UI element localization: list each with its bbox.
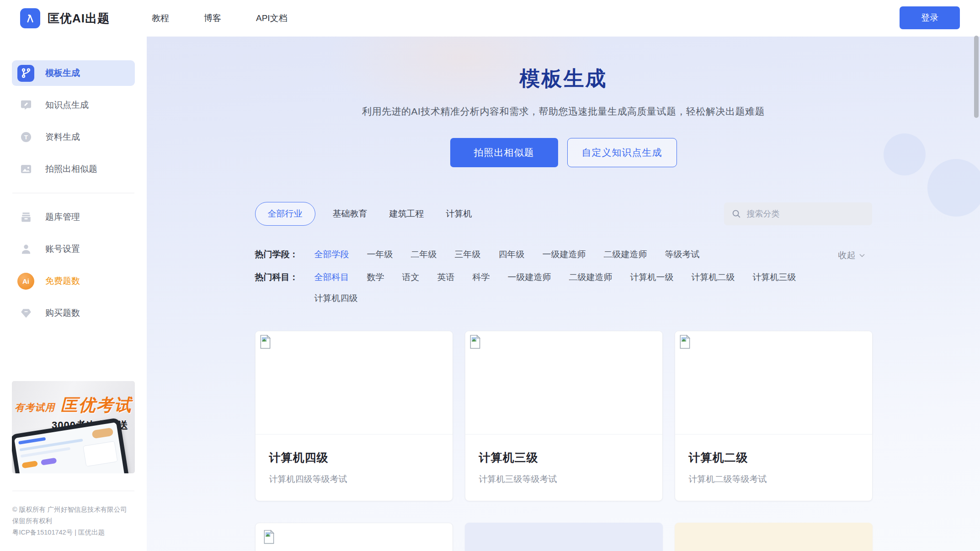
- sidebar: 模板生成知识点生成T资料生成拍照出相似题 题库管理账号设置Ai免费题数购买题数 …: [0, 37, 147, 551]
- question-bank-icon: [17, 209, 34, 226]
- copyright-line: 保留所有权利: [12, 515, 134, 527]
- filter-row-label: 热门学段：: [255, 249, 312, 260]
- filter-options: 全部科目数学语文英语科学一级建造师二级建造师计算机一级计算机二级计算机三级计算机…: [314, 271, 808, 304]
- sidebar-item-label: 资料生成: [45, 131, 80, 143]
- category-tab[interactable]: 全部行业: [255, 202, 315, 226]
- template-icon: [17, 65, 34, 82]
- filter-option[interactable]: 英语: [437, 271, 455, 283]
- card-image-area: [465, 331, 662, 434]
- category-tab[interactable]: 基础教育: [333, 208, 368, 220]
- sidebar-item[interactable]: 购买题数: [12, 300, 135, 326]
- material-icon: T: [17, 129, 34, 146]
- filter-option[interactable]: 一年级: [367, 249, 393, 260]
- filter-option[interactable]: 计算机三级: [753, 271, 796, 283]
- sidebar-item[interactable]: 题库管理: [12, 204, 135, 230]
- search-input[interactable]: [747, 209, 865, 219]
- svg-text:T: T: [24, 134, 28, 141]
- sidebar-menu-top: 模板生成知识点生成T资料生成拍照出相似题: [0, 60, 147, 188]
- card-description: 计算机四级等级考试: [269, 473, 439, 485]
- account-icon: [17, 241, 34, 258]
- sidebar-item-label: 模板生成: [45, 67, 80, 79]
- broken-image-icon: [259, 334, 272, 351]
- card-description: 计算机二级等级考试: [689, 473, 858, 485]
- photo-icon: [17, 161, 34, 178]
- sidebar-item[interactable]: 拍照出相似题: [12, 156, 135, 182]
- nav-item[interactable]: 教程: [152, 12, 169, 24]
- promo-banner[interactable]: 有考试用 匡优考试 3000考次免费送: [12, 381, 135, 473]
- filter-option[interactable]: 二级建造师: [604, 249, 647, 260]
- template-card[interactable]: 计算机三级计算机三级等级考试: [465, 331, 663, 501]
- filter-option[interactable]: 计算机二级: [692, 271, 735, 283]
- partial-template-card[interactable]: [255, 523, 453, 551]
- filter-option[interactable]: 三年级: [455, 249, 481, 260]
- filters-panel: 热门学段：全部学段一年级二年级三年级四年级一级建造师二级建造师等级考试热门科目：…: [255, 249, 872, 304]
- nav-item[interactable]: API文档: [256, 12, 288, 24]
- search-box[interactable]: [724, 202, 872, 225]
- template-card[interactable]: 计算机四级计算机四级等级考试: [255, 331, 453, 501]
- brand-logo[interactable]: 匡优AI出题: [20, 8, 110, 28]
- footer-divider: [12, 491, 134, 491]
- brand-logo-icon: [20, 8, 40, 28]
- filter-option[interactable]: 等级考试: [665, 249, 700, 260]
- sidebar-item[interactable]: Ai免费题数: [12, 268, 135, 294]
- login-button[interactable]: 登录: [900, 6, 960, 29]
- card-title: 计算机三级: [479, 450, 649, 465]
- ai-icon: Ai: [17, 273, 34, 290]
- card-description: 计算机三级等级考试: [479, 473, 649, 485]
- card-title: 计算机二级: [689, 450, 858, 465]
- template-card[interactable]: 计算机二级计算机二级等级考试: [675, 331, 873, 501]
- filter-row: 热门科目：全部科目数学语文英语科学一级建造师二级建造师计算机一级计算机二级计算机…: [255, 271, 872, 304]
- copyright-line: 粤ICP备15101742号 | 匡优出题: [12, 527, 134, 538]
- sidebar-item-label: 购买题数: [45, 307, 80, 319]
- filter-option[interactable]: 计算机四级: [314, 292, 358, 304]
- filter-row-label: 热门科目：: [255, 271, 312, 304]
- filter-option[interactable]: 全部科目: [314, 271, 349, 283]
- filter-option[interactable]: 一级建造师: [543, 249, 586, 260]
- sidebar-item[interactable]: 模板生成: [12, 60, 135, 86]
- promo-headline: 有考试用 匡优考试: [12, 394, 135, 417]
- filter-option[interactable]: 计算机一级: [630, 271, 674, 283]
- copyright: © 版权所有 广州好智信息技术有限公司保留所有权利粤ICP备15101742号 …: [12, 504, 134, 538]
- broken-image-icon: [263, 530, 275, 546]
- sidebar-item[interactable]: 知识点生成: [12, 92, 135, 118]
- sidebar-item[interactable]: 账号设置: [12, 236, 135, 262]
- filter-options: 全部学段一年级二年级三年级四年级一级建造师二级建造师等级考试: [314, 249, 808, 260]
- collapse-control[interactable]: 收起: [838, 249, 866, 261]
- sidebar-item-label: 题库管理: [45, 211, 80, 223]
- sidebar-divider: [12, 193, 134, 193]
- filter-option[interactable]: 全部学段: [314, 249, 349, 260]
- broken-image-icon: [469, 334, 481, 351]
- category-tab[interactable]: 建筑工程: [389, 208, 424, 220]
- promo-prefix: 有考试用: [15, 402, 55, 413]
- filter-row: 热门学段：全部学段一年级二年级三年级四年级一级建造师二级建造师等级考试: [255, 249, 872, 260]
- nav-item[interactable]: 博客: [204, 12, 221, 24]
- filter-option[interactable]: 数学: [367, 271, 384, 283]
- decorative-circle: [927, 159, 980, 217]
- filter-option[interactable]: 科学: [473, 271, 490, 283]
- top-header: 匡优AI出题 教程博客API文档 登录: [0, 0, 980, 37]
- broken-image-icon: [679, 334, 691, 351]
- vertical-scrollbar[interactable]: [974, 36, 979, 118]
- filter-option[interactable]: 四年级: [499, 249, 525, 260]
- hero-actions: 拍照出相似题 自定义知识点生成: [255, 138, 872, 167]
- photo-similar-question-button[interactable]: 拍照出相似题: [450, 138, 558, 167]
- purchase-icon: [17, 305, 34, 322]
- sidebar-item-label: 账号设置: [45, 243, 80, 255]
- custom-knowledge-generate-button[interactable]: 自定义知识点生成: [567, 138, 677, 167]
- brand-name: 匡优AI出题: [48, 11, 110, 26]
- filter-option[interactable]: 二年级: [411, 249, 437, 260]
- filter-option[interactable]: 二级建造师: [569, 271, 612, 283]
- sidebar-menu-bottom: 题库管理账号设置Ai免费题数购买题数: [0, 204, 147, 332]
- filter-option[interactable]: 语文: [402, 271, 420, 283]
- card-image-area: [256, 331, 453, 434]
- category-tab[interactable]: 计算机: [446, 208, 472, 220]
- sidebar-item-label: 免费题数: [45, 275, 80, 287]
- filter-option[interactable]: 一级建造师: [508, 271, 551, 283]
- knowledge-icon: [17, 97, 34, 114]
- partial-template-card[interactable]: [675, 523, 873, 551]
- template-cards-grid: 计算机四级计算机四级等级考试计算机三级计算机三级等级考试计算机二级计算机二级等级…: [255, 331, 872, 551]
- top-nav: 教程博客API文档: [152, 12, 288, 24]
- partial-template-card[interactable]: [465, 523, 663, 551]
- decorative-circle: [884, 133, 926, 175]
- sidebar-item[interactable]: T资料生成: [12, 124, 135, 150]
